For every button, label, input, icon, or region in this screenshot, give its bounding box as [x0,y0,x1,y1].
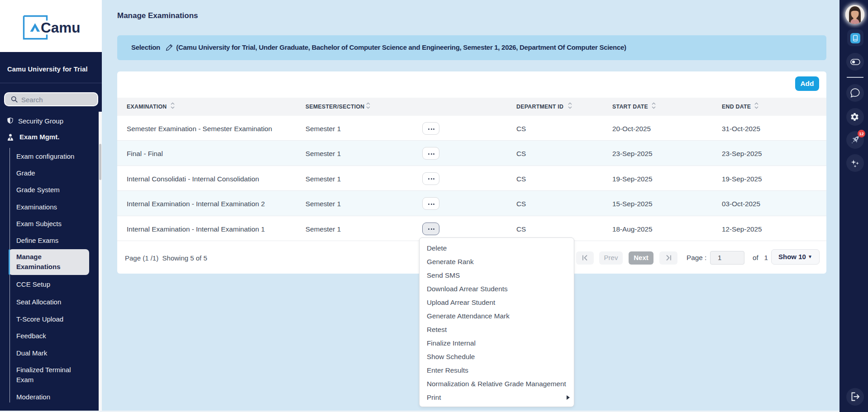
svg-text:Camu: Camu [41,19,81,36]
